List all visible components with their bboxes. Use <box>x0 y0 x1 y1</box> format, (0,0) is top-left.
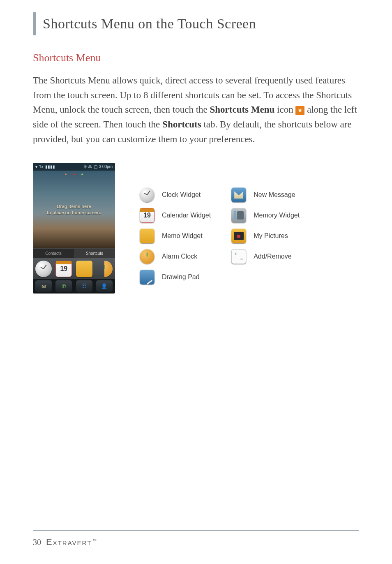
section-title: Shortcuts Menu <box>33 52 359 64</box>
legend-item-addremove: Add/Remove <box>231 249 300 264</box>
legend-item-clock: Clock Widget <box>140 187 211 202</box>
icon-legend: Clock Widget 19 Calendar Widget Memo Wid… <box>140 163 300 284</box>
tab-shortcuts[interactable]: Shortcuts <box>74 248 115 258</box>
new-message-icon <box>231 187 246 202</box>
legend-label: Add/Remove <box>254 253 292 260</box>
phone-screenshot: ▾ 1x ▮▮▮▮ ⊕ ⁂ ▢ 3:00pm Drag items here t… <box>33 163 115 294</box>
calendar-widget-icon[interactable]: 19 <box>55 261 72 277</box>
page-title: Shortcuts Menu on the Touch Screen <box>43 12 256 35</box>
phone-status-bar: ▾ 1x ▮▮▮▮ ⊕ ⁂ ▢ 3:00pm <box>33 163 115 171</box>
star-icon <box>295 106 304 115</box>
alarm-clock-icon-partial[interactable] <box>96 261 113 277</box>
clock-icon <box>140 187 154 202</box>
phone-tabs: Contacts Shortcuts <box>33 248 115 258</box>
nav-call-icon[interactable] <box>55 280 72 292</box>
phone-shortcut-tray: 19 <box>33 258 115 279</box>
body-text-b: icon <box>277 104 295 115</box>
legend-item-message: New Message <box>231 187 300 202</box>
brand-name: Extravert™ <box>46 537 97 548</box>
legend-label: New Message <box>254 191 295 199</box>
body-bold-shortcuts: Shortcuts <box>162 119 201 129</box>
legend-item-calendar: 19 Calendar Widget <box>140 208 211 223</box>
signal-text: 1x <box>39 164 44 169</box>
header: Shortcuts Menu on the Touch Screen <box>33 12 359 35</box>
legend-item-memo: Memo Widget <box>140 229 211 243</box>
tab-contacts[interactable]: Contacts <box>33 248 74 258</box>
nav-apps-icon[interactable] <box>76 280 92 292</box>
status-time: 3:00pm <box>99 164 113 169</box>
nav-mail-icon[interactable] <box>35 280 52 292</box>
drag-hint: Drag items here to place on home screen. <box>47 203 101 216</box>
signal-icon: ▾ <box>35 164 37 169</box>
legend-item-memory: Memory Widget <box>231 208 300 223</box>
header-accent <box>33 12 36 35</box>
calendar-day: 19 <box>60 265 67 273</box>
battery-icon: ▢ <box>94 164 97 169</box>
memo-icon <box>140 229 154 243</box>
pictures-icon <box>231 229 246 243</box>
legend-label: Alarm Clock <box>162 253 197 260</box>
body-bold-shortcuts-menu: Shortcuts Menu <box>210 104 275 115</box>
figure-row: ▾ 1x ▮▮▮▮ ⊕ ⁂ ▢ 3:00pm Drag items here t… <box>33 163 359 294</box>
brand-text: Extravert <box>46 537 92 547</box>
drag-hint-line2: to place on home screen. <box>47 210 101 216</box>
memory-icon <box>231 208 246 223</box>
legend-label: Calendar Widget <box>162 212 211 219</box>
phone-nav-bar <box>33 279 115 294</box>
drag-hint-line1: Drag items here <box>47 203 101 210</box>
page-number: 30 <box>33 538 41 547</box>
legend-label: Memo Widget <box>162 232 203 240</box>
add-remove-icon <box>231 249 246 264</box>
legend-label: Drawing Pad <box>162 273 200 281</box>
legend-item-draw: Drawing Pad <box>140 270 211 284</box>
clock-widget-icon[interactable] <box>35 261 52 277</box>
legend-label: Clock Widget <box>162 191 201 199</box>
drawing-pad-icon <box>140 270 154 284</box>
legend-label: Memory Widget <box>254 212 300 219</box>
footer: 30 Extravert™ <box>33 530 359 548</box>
nav-profile-icon[interactable] <box>96 280 113 292</box>
body-paragraph: The Shortcuts Menu allows quick, direct … <box>33 73 359 146</box>
trademark-symbol: ™ <box>92 538 97 543</box>
footer-rule <box>33 530 359 531</box>
calendar-icon: 19 <box>140 208 154 223</box>
legend-item-pictures: My Pictures <box>231 229 300 243</box>
legend-column-2: New Message Memory Widget My Pictures Ad… <box>231 187 300 284</box>
alarm-icon <box>140 249 154 264</box>
legend-label: My Pictures <box>254 232 288 240</box>
phone-wallpaper: Drag items here to place on home screen. <box>33 171 115 248</box>
memo-widget-icon[interactable] <box>76 261 92 277</box>
status-indicator-icons: ⊕ ⁂ <box>83 164 92 169</box>
signal-bars-icon: ▮▮▮▮ <box>45 164 55 169</box>
legend-item-alarm: Alarm Clock <box>140 249 211 264</box>
calendar-icon-day: 19 <box>143 212 151 219</box>
legend-column-1: Clock Widget 19 Calendar Widget Memo Wid… <box>140 187 211 284</box>
